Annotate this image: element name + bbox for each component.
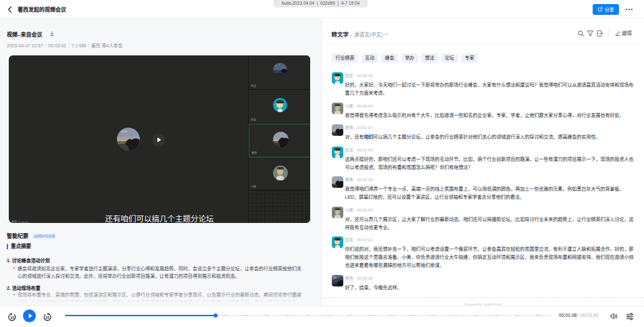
svg-text:15: 15 [9, 315, 14, 319]
svg-text:15: 15 [45, 315, 49, 319]
